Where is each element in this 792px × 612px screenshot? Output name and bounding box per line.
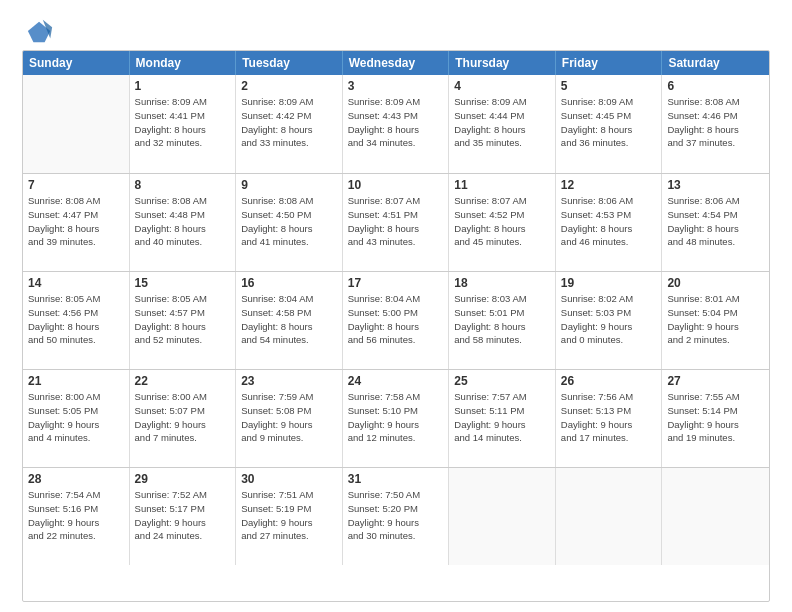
calendar-cell: 3Sunrise: 8:09 AM Sunset: 4:43 PM Daylig… [343,75,450,173]
day-number: 17 [348,276,444,290]
calendar-cell: 27Sunrise: 7:55 AM Sunset: 5:14 PM Dayli… [662,370,769,467]
day-number: 12 [561,178,657,192]
calendar-cell: 14Sunrise: 8:05 AM Sunset: 4:56 PM Dayli… [23,272,130,369]
day-info: Sunrise: 8:09 AM Sunset: 4:45 PM Dayligh… [561,95,657,150]
day-info: Sunrise: 8:09 AM Sunset: 4:44 PM Dayligh… [454,95,550,150]
day-number: 23 [241,374,337,388]
day-number: 21 [28,374,124,388]
calendar-cell: 28Sunrise: 7:54 AM Sunset: 5:16 PM Dayli… [23,468,130,565]
calendar-cell: 5Sunrise: 8:09 AM Sunset: 4:45 PM Daylig… [556,75,663,173]
day-number: 14 [28,276,124,290]
day-number: 26 [561,374,657,388]
calendar-week-5: 28Sunrise: 7:54 AM Sunset: 5:16 PM Dayli… [23,467,769,565]
calendar-cell [449,468,556,565]
day-info: Sunrise: 8:07 AM Sunset: 4:52 PM Dayligh… [454,194,550,249]
calendar-cell: 13Sunrise: 8:06 AM Sunset: 4:54 PM Dayli… [662,174,769,271]
calendar-body: 1Sunrise: 8:09 AM Sunset: 4:41 PM Daylig… [23,75,769,565]
calendar-cell: 8Sunrise: 8:08 AM Sunset: 4:48 PM Daylig… [130,174,237,271]
logo [22,18,54,42]
weekday-header-saturday: Saturday [662,51,769,75]
day-number: 18 [454,276,550,290]
day-number: 28 [28,472,124,486]
calendar-cell: 20Sunrise: 8:01 AM Sunset: 5:04 PM Dayli… [662,272,769,369]
calendar-cell: 17Sunrise: 8:04 AM Sunset: 5:00 PM Dayli… [343,272,450,369]
calendar-cell: 9Sunrise: 8:08 AM Sunset: 4:50 PM Daylig… [236,174,343,271]
day-number: 25 [454,374,550,388]
calendar-cell: 30Sunrise: 7:51 AM Sunset: 5:19 PM Dayli… [236,468,343,565]
day-number: 20 [667,276,764,290]
calendar-cell: 16Sunrise: 8:04 AM Sunset: 4:58 PM Dayli… [236,272,343,369]
day-number: 19 [561,276,657,290]
day-info: Sunrise: 7:56 AM Sunset: 5:13 PM Dayligh… [561,390,657,445]
day-number: 7 [28,178,124,192]
day-number: 24 [348,374,444,388]
day-number: 6 [667,79,764,93]
calendar-cell: 25Sunrise: 7:57 AM Sunset: 5:11 PM Dayli… [449,370,556,467]
day-info: Sunrise: 8:04 AM Sunset: 5:00 PM Dayligh… [348,292,444,347]
header [22,18,770,42]
calendar-cell: 6Sunrise: 8:08 AM Sunset: 4:46 PM Daylig… [662,75,769,173]
weekday-header-monday: Monday [130,51,237,75]
day-number: 9 [241,178,337,192]
day-info: Sunrise: 8:00 AM Sunset: 5:05 PM Dayligh… [28,390,124,445]
day-info: Sunrise: 8:00 AM Sunset: 5:07 PM Dayligh… [135,390,231,445]
day-info: Sunrise: 7:54 AM Sunset: 5:16 PM Dayligh… [28,488,124,543]
day-info: Sunrise: 8:06 AM Sunset: 4:54 PM Dayligh… [667,194,764,249]
day-info: Sunrise: 8:05 AM Sunset: 4:57 PM Dayligh… [135,292,231,347]
weekday-header-wednesday: Wednesday [343,51,450,75]
day-number: 4 [454,79,550,93]
day-info: Sunrise: 8:04 AM Sunset: 4:58 PM Dayligh… [241,292,337,347]
calendar: SundayMondayTuesdayWednesdayThursdayFrid… [22,50,770,602]
day-number: 31 [348,472,444,486]
day-info: Sunrise: 7:52 AM Sunset: 5:17 PM Dayligh… [135,488,231,543]
page: SundayMondayTuesdayWednesdayThursdayFrid… [0,0,792,612]
calendar-cell [23,75,130,173]
weekday-header-thursday: Thursday [449,51,556,75]
day-info: Sunrise: 8:09 AM Sunset: 4:41 PM Dayligh… [135,95,231,150]
calendar-cell [556,468,663,565]
calendar-cell: 21Sunrise: 8:00 AM Sunset: 5:05 PM Dayli… [23,370,130,467]
day-info: Sunrise: 7:57 AM Sunset: 5:11 PM Dayligh… [454,390,550,445]
calendar-cell: 11Sunrise: 8:07 AM Sunset: 4:52 PM Dayli… [449,174,556,271]
day-info: Sunrise: 7:58 AM Sunset: 5:10 PM Dayligh… [348,390,444,445]
calendar-header: SundayMondayTuesdayWednesdayThursdayFrid… [23,51,769,75]
day-number: 16 [241,276,337,290]
day-number: 29 [135,472,231,486]
day-info: Sunrise: 8:03 AM Sunset: 5:01 PM Dayligh… [454,292,550,347]
calendar-cell: 2Sunrise: 8:09 AM Sunset: 4:42 PM Daylig… [236,75,343,173]
day-info: Sunrise: 8:06 AM Sunset: 4:53 PM Dayligh… [561,194,657,249]
day-number: 3 [348,79,444,93]
weekday-header-tuesday: Tuesday [236,51,343,75]
day-info: Sunrise: 8:08 AM Sunset: 4:48 PM Dayligh… [135,194,231,249]
calendar-cell [662,468,769,565]
calendar-cell: 4Sunrise: 8:09 AM Sunset: 4:44 PM Daylig… [449,75,556,173]
day-number: 15 [135,276,231,290]
day-info: Sunrise: 7:55 AM Sunset: 5:14 PM Dayligh… [667,390,764,445]
calendar-week-1: 1Sunrise: 8:09 AM Sunset: 4:41 PM Daylig… [23,75,769,173]
calendar-cell: 24Sunrise: 7:58 AM Sunset: 5:10 PM Dayli… [343,370,450,467]
calendar-cell: 23Sunrise: 7:59 AM Sunset: 5:08 PM Dayli… [236,370,343,467]
day-info: Sunrise: 8:09 AM Sunset: 4:43 PM Dayligh… [348,95,444,150]
calendar-cell: 7Sunrise: 8:08 AM Sunset: 4:47 PM Daylig… [23,174,130,271]
day-number: 5 [561,79,657,93]
day-number: 8 [135,178,231,192]
calendar-cell: 29Sunrise: 7:52 AM Sunset: 5:17 PM Dayli… [130,468,237,565]
weekday-header-friday: Friday [556,51,663,75]
day-number: 22 [135,374,231,388]
calendar-cell: 12Sunrise: 8:06 AM Sunset: 4:53 PM Dayli… [556,174,663,271]
calendar-cell: 18Sunrise: 8:03 AM Sunset: 5:01 PM Dayli… [449,272,556,369]
day-info: Sunrise: 8:01 AM Sunset: 5:04 PM Dayligh… [667,292,764,347]
calendar-cell: 15Sunrise: 8:05 AM Sunset: 4:57 PM Dayli… [130,272,237,369]
calendar-week-3: 14Sunrise: 8:05 AM Sunset: 4:56 PM Dayli… [23,271,769,369]
calendar-cell: 31Sunrise: 7:50 AM Sunset: 5:20 PM Dayli… [343,468,450,565]
calendar-week-4: 21Sunrise: 8:00 AM Sunset: 5:05 PM Dayli… [23,369,769,467]
day-info: Sunrise: 8:08 AM Sunset: 4:50 PM Dayligh… [241,194,337,249]
calendar-cell: 22Sunrise: 8:00 AM Sunset: 5:07 PM Dayli… [130,370,237,467]
day-number: 2 [241,79,337,93]
day-info: Sunrise: 8:05 AM Sunset: 4:56 PM Dayligh… [28,292,124,347]
day-info: Sunrise: 8:07 AM Sunset: 4:51 PM Dayligh… [348,194,444,249]
day-number: 30 [241,472,337,486]
day-number: 13 [667,178,764,192]
logo-icon [26,18,54,46]
day-info: Sunrise: 8:02 AM Sunset: 5:03 PM Dayligh… [561,292,657,347]
